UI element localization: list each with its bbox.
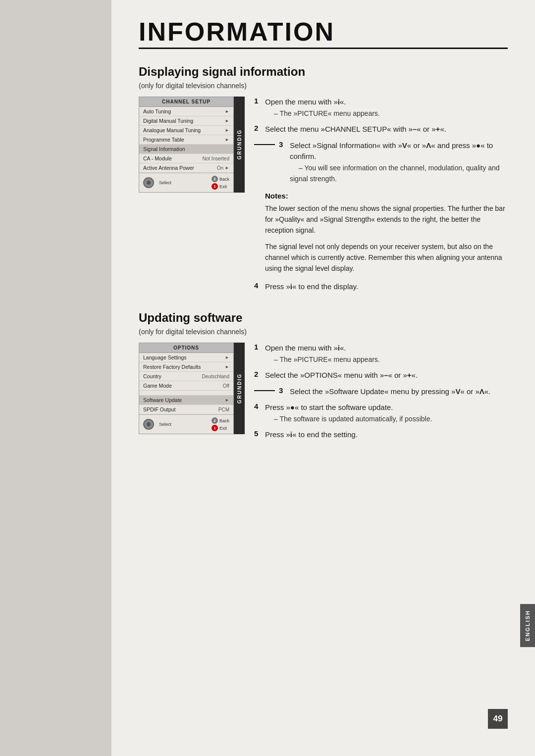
menu-title-channel-setup: CHANNEL SETUP xyxy=(139,97,233,107)
grundig-label-2: GRUNDIG xyxy=(237,373,242,403)
menu-item-digital-manual: Digital Manual Tuning ► xyxy=(139,116,233,126)
channel-setup-menu: CHANNEL SETUP Auto Tuning ► Digital Manu… xyxy=(139,97,234,193)
menu-title-options: OPTIONS xyxy=(139,343,233,353)
menu-controls-2: Select 2 Back 1 Exit xyxy=(139,414,233,434)
english-label: ENGLISH xyxy=(525,610,531,641)
section1-steps: 1 Open the menu with »i«. – The »PICTURE… xyxy=(245,97,508,297)
notes-title-1: Notes: xyxy=(265,192,508,200)
section1-layout: CHANNEL SETUP Auto Tuning ► Digital Manu… xyxy=(139,97,508,297)
select-button-1 xyxy=(143,177,154,188)
menu-item-analogue-manual: Analogue Manual Tuning ► xyxy=(139,126,233,135)
menu-item-software-update: Software Update ► xyxy=(139,396,233,405)
menu-item-ca-module: CA - Module Not Inserted xyxy=(139,154,233,163)
section2-menu-area: OPTIONS Language Settings ► Restore Fact… xyxy=(139,343,245,446)
step2-5: 5 Press »i« to end the setting. xyxy=(254,429,508,441)
back-row-1: 2 Back xyxy=(212,176,229,182)
menu-item-game-mode: Game Mode Off xyxy=(139,381,233,391)
step1-1: 1 Open the menu with »i«. – The »PICTURE… xyxy=(254,97,508,119)
back-circle-1: 2 xyxy=(212,176,218,182)
notes-text-1b: The signal level not only depends on you… xyxy=(265,241,508,274)
step1-2: 2 Select the menu »CHANNEL SETUP« with »… xyxy=(254,124,508,135)
step3-connector xyxy=(254,140,279,145)
section2-subtitle: (only for digital television channels) xyxy=(139,328,508,336)
step2-1: 1 Open the menu with »i«. – The »PICTURE… xyxy=(254,343,508,365)
menu-item-language: Language Settings ► xyxy=(139,353,233,362)
menu-item-country: Country Deutschland xyxy=(139,372,233,381)
menu-item-programme-table: Programme Table ► xyxy=(139,135,233,145)
section2-heading: Updating software xyxy=(139,311,508,325)
step1-4: 4 Press »i« to end the display. xyxy=(254,281,508,293)
step2-3-connector xyxy=(254,386,279,391)
notes-block-1: Notes: The lower section of the menu sho… xyxy=(265,192,508,274)
step2-2: 2 Select the »OPTIONS« menu with »–« or … xyxy=(254,370,508,381)
menu-item-active-antenna: Active Antenna Power On ► xyxy=(139,163,233,173)
main-content: INFORMATION Displaying signal informatio… xyxy=(111,0,535,756)
step2-3-row: 3 Select the »Software Update« menu by p… xyxy=(254,386,508,398)
grundig-label-1: GRUNDIG xyxy=(237,129,242,159)
english-tab: ENGLISH xyxy=(520,604,535,647)
menu-spacer xyxy=(139,391,233,396)
page-number: 49 xyxy=(488,709,508,729)
menu-item-auto-tuning: Auto Tuning ► xyxy=(139,107,233,116)
exit-row-1: 1 Exit xyxy=(212,183,229,190)
back-row-2: 2 Back xyxy=(212,417,229,424)
menu-item-spdif: SPDIF Output PCM xyxy=(139,405,233,414)
section1-subtitle: (only for digital television channels) xyxy=(139,82,508,90)
section2-steps: 1 Open the menu with »i«. – The »PICTURE… xyxy=(245,343,508,446)
section2-layout: OPTIONS Language Settings ► Restore Fact… xyxy=(139,343,508,446)
back-circle-2: 2 xyxy=(212,417,218,424)
exit-circle-1: 1 xyxy=(212,183,218,190)
notes-text-1a: The lower section of the menu shows the … xyxy=(265,203,508,236)
menu-controls-1: Select 2 Back 1 Exit xyxy=(139,173,233,192)
menu-item-restore: Restore Factory Defaults ► xyxy=(139,362,233,372)
select-button-2 xyxy=(143,419,154,430)
left-sidebar xyxy=(0,0,111,756)
exit-circle-2: 1 xyxy=(212,425,218,431)
options-menu: OPTIONS Language Settings ► Restore Fact… xyxy=(139,343,234,434)
section-updating-software: Updating software (only for digital tele… xyxy=(139,311,508,446)
page-title: INFORMATION xyxy=(139,19,335,45)
exit-row-2: 1 Exit xyxy=(212,425,229,431)
step1-3-row: 3 Select »Signal Information« with »V« o… xyxy=(254,140,508,185)
menu-item-signal-information: Signal Information xyxy=(139,145,233,154)
step2-4: 4 Press »●« to start the software update… xyxy=(254,402,508,424)
section1-menu-area: CHANNEL SETUP Auto Tuning ► Digital Manu… xyxy=(139,97,245,297)
section-display-signal: Displaying signal information (only for … xyxy=(139,65,508,297)
section1-heading: Displaying signal information xyxy=(139,65,508,79)
